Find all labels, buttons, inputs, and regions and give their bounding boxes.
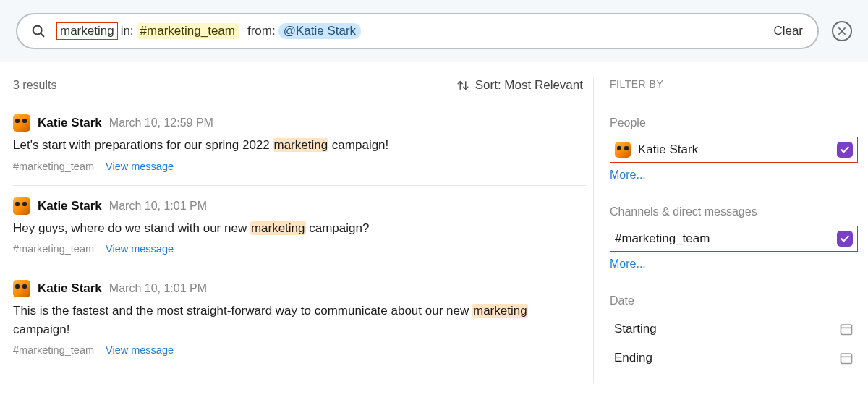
result-item[interactable]: Katie Stark March 10, 1:01 PM This is th…: [13, 268, 586, 369]
date-starting-row[interactable]: Starting: [610, 315, 858, 344]
channels-more-link[interactable]: More...: [610, 257, 858, 271]
result-body: This is the fastest and the most straigh…: [13, 302, 583, 339]
result-author: Katie Stark: [38, 281, 102, 296]
result-author: Katie Stark: [38, 116, 102, 130]
result-channel: #marketing_team: [13, 243, 94, 255]
filter-section-date: Date Starting Ending: [610, 281, 858, 383]
highlight-term: marketing: [472, 304, 528, 318]
check-icon: [840, 145, 850, 155]
filter-person-row[interactable]: Katie Stark: [610, 137, 858, 163]
view-message-link[interactable]: View message: [106, 344, 174, 356]
result-channel: #marketing_team: [13, 344, 94, 356]
view-message-link[interactable]: View message: [106, 161, 174, 172]
filter-date-label: Date: [610, 294, 858, 307]
avatar: [13, 197, 30, 215]
filter-title: FILTER BY: [610, 78, 858, 103]
avatar: [13, 114, 30, 132]
search-from-prefix: from:: [247, 24, 276, 38]
search-bar-container: marketing in: #marketing_team from: @Kat…: [0, 0, 868, 62]
highlight-term: marketing: [273, 138, 329, 152]
close-search-button[interactable]: [832, 21, 852, 41]
search-icon: [30, 23, 46, 39]
date-ending-label: Ending: [614, 351, 652, 365]
avatar: [615, 142, 631, 158]
sort-icon: [456, 79, 469, 92]
result-author: Katie Stark: [38, 199, 102, 213]
search-from-person-token[interactable]: @Katie Stark: [278, 23, 361, 39]
result-body: Let's start with preparations for our sp…: [13, 136, 583, 155]
search-keyword-token: marketing: [56, 22, 118, 40]
sort-label: Sort: Most Relevant: [475, 78, 583, 93]
result-timestamp: March 10, 1:01 PM: [109, 282, 207, 295]
result-timestamp: March 10, 12:59 PM: [109, 116, 213, 129]
search-in-prefix: in:: [121, 24, 134, 38]
view-message-link[interactable]: View message: [106, 243, 174, 255]
checkbox-checked[interactable]: [837, 142, 853, 158]
result-body: Hey guys, where do we stand with our new…: [13, 219, 583, 238]
filter-people-label: People: [610, 116, 858, 129]
avatar: [13, 280, 30, 297]
svg-rect-6: [841, 325, 852, 334]
results-header: 3 results Sort: Most Relevant: [13, 78, 586, 103]
people-more-link[interactable]: More...: [610, 169, 858, 182]
filter-channels-label: Channels & direct messages: [610, 205, 858, 218]
search-in-channel-token[interactable]: #marketing_team: [137, 23, 239, 39]
result-item[interactable]: Katie Stark March 10, 1:01 PM Hey guys, …: [13, 186, 586, 269]
result-item[interactable]: Katie Stark March 10, 12:59 PM Let's sta…: [13, 103, 586, 186]
highlight-term: marketing: [250, 221, 306, 235]
date-starting-label: Starting: [614, 322, 657, 336]
results-count: 3 results: [13, 79, 56, 92]
close-icon: [837, 26, 847, 36]
calendar-icon: [839, 322, 854, 336]
search-tokens: marketing in: #marketing_team from: @Kat…: [56, 22, 769, 40]
date-ending-row[interactable]: Ending: [610, 344, 858, 372]
svg-rect-8: [841, 354, 852, 363]
search-field[interactable]: marketing in: #marketing_team from: @Kat…: [16, 13, 819, 49]
clear-button[interactable]: Clear: [769, 21, 807, 41]
filter-section-channels: Channels & direct messages #marketing_te…: [610, 192, 858, 281]
check-icon: [840, 234, 850, 244]
sort-dropdown[interactable]: Sort: Most Relevant: [456, 78, 583, 93]
result-channel: #marketing_team: [13, 161, 94, 172]
checkbox-checked[interactable]: [837, 231, 853, 247]
result-timestamp: March 10, 1:01 PM: [109, 200, 207, 213]
filter-channel-row[interactable]: #marketing_team: [610, 226, 858, 252]
filter-section-people: People Katie Stark More...: [610, 103, 858, 192]
svg-line-1: [41, 33, 43, 36]
filter-person-name: Katie Stark: [638, 142, 698, 157]
results-column: 3 results Sort: Most Relevant Katie Star…: [0, 62, 593, 397]
filter-panel: FILTER BY People Katie Stark More...: [593, 62, 868, 397]
calendar-icon: [839, 351, 854, 365]
filter-channel-name: #marketing_team: [615, 231, 710, 246]
